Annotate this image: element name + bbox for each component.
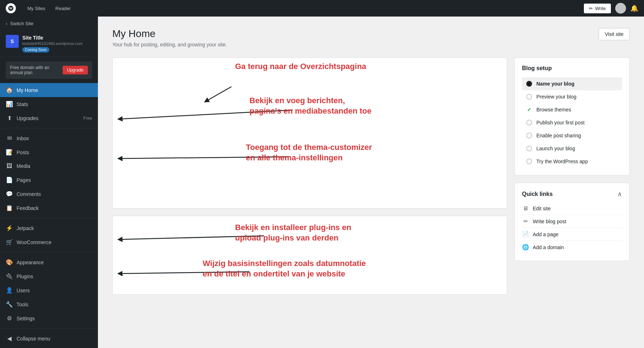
sidebar-collapse[interactable]: ◀ Collapse menu	[0, 331, 98, 345]
quick-links-card: Quick links ∧ 🖥 Edit site ✏ Write blog p…	[514, 183, 630, 261]
annotation-text-2: Bekijk en voeg berichten, pagina's en me…	[249, 96, 371, 116]
annotation-text-3: Toegang tot de thema-customizer en alle …	[246, 142, 372, 163]
quick-link-add-domain[interactable]: 🌐 Add a domain	[522, 241, 622, 253]
topbar-my-sites[interactable]: My Sites	[23, 3, 50, 14]
sidebar-item-appearance[interactable]: 🎨 Appearance	[0, 255, 98, 269]
setup-dot-publish	[526, 120, 532, 125]
sidebar-item-feedback[interactable]: 📋 Feedback	[0, 201, 98, 215]
page-header-text: My Home Your hub for posting, editing, a…	[112, 28, 227, 47]
setup-label-publish: Publish your first post	[536, 120, 585, 125]
setup-label-sharing: Enable post sharing	[536, 133, 581, 138]
sidebar-divider	[0, 128, 98, 128]
globe-icon: 🌐	[522, 244, 529, 251]
setup-item-name-blog[interactable]: ● Name your blog	[522, 77, 622, 90]
home-icon: 🏠	[6, 87, 13, 93]
sidebar-item-pages[interactable]: 📄 Pages	[0, 173, 98, 187]
topbar-nav: My Sites Reader	[23, 3, 577, 14]
quick-link-add-page[interactable]: 📄 Add a page	[522, 228, 622, 241]
quick-links-collapse-button[interactable]: ∧	[617, 190, 622, 198]
arrow-1-svg	[102, 79, 123, 94]
chevron-left-icon: ‹	[6, 21, 7, 26]
avatar[interactable]	[615, 3, 626, 14]
quick-link-edit-site[interactable]: 🖥 Edit site	[522, 202, 622, 215]
setup-dot-launch	[526, 146, 532, 151]
setup-label-preview: Preview your blog	[536, 94, 576, 100]
setup-label-launch: Launch your blog	[536, 146, 575, 151]
jetpack-icon: ⚡	[6, 225, 13, 232]
setup-label-themes: Browse themes	[536, 107, 571, 113]
sidebar-item-users[interactable]: 👤 Users	[0, 283, 98, 297]
main-layout: ‹ Switch Site S Site Title testsite64510…	[0, 17, 644, 348]
setup-item-publish[interactable]: Publish your first post	[522, 116, 622, 129]
write-button[interactable]: ✏ Write	[584, 4, 611, 13]
posts-icon: 📝	[6, 149, 13, 156]
visit-site-button[interactable]: Visit site	[599, 28, 630, 40]
quick-link-write-post[interactable]: ✏ Write blog post	[522, 215, 622, 228]
annotation-text-1: Ga terug naar de Overzichtspagina	[235, 61, 366, 72]
media-icon: 🖼	[6, 163, 13, 169]
setup-item-launch[interactable]: Launch your blog	[522, 142, 622, 155]
site-icon: S	[6, 35, 19, 48]
setup-item-themes[interactable]: ✓ Browse themes	[522, 103, 622, 116]
switch-site[interactable]: ‹ Switch Site	[0, 17, 98, 31]
sidebar-item-upgrades[interactable]: ⬆ Upgrades Free	[0, 111, 98, 125]
sidebar-item-jetpack[interactable]: ⚡ Jetpack	[0, 221, 98, 235]
topbar: W My Sites Reader ✏ Write 🔔	[0, 0, 644, 17]
right-col: Blog setup ● Name your blog Preview your…	[514, 58, 630, 302]
page-title: My Home	[112, 28, 227, 40]
arrow-3-svg	[113, 58, 507, 208]
svg-line-2	[206, 87, 231, 101]
sidebar-item-stats[interactable]: 📊 Stats	[0, 97, 98, 111]
sidebar-item-plugins[interactable]: 🔌 Plugins	[0, 269, 98, 283]
upgrades-badge: Free	[83, 116, 92, 121]
annotation-card-top: Ga terug naar de Overzichtspagina Bekijk…	[112, 58, 507, 209]
stats-icon: 📊	[6, 101, 13, 107]
topbar-reader[interactable]: Reader	[51, 3, 75, 14]
sidebar-item-comments[interactable]: 💬 Comments	[0, 187, 98, 201]
sidebar-item-tools[interactable]: 🔧 Tools	[0, 297, 98, 311]
collapse-icon: ◀	[6, 335, 13, 342]
topbar-right: ✏ Write 🔔	[584, 3, 638, 14]
inbox-icon: ✉	[6, 135, 13, 142]
sidebar-item-posts[interactable]: 📝 Posts	[0, 145, 98, 159]
sidebar-divider-2	[0, 218, 98, 218]
coming-soon-badge: Coming Soon	[22, 47, 49, 52]
setup-item-preview[interactable]: Preview your blog	[522, 90, 622, 103]
write-icon: ✏	[589, 6, 593, 11]
comments-icon: 💬	[6, 191, 13, 197]
main-col: Ga terug naar de Overzichtspagina Bekijk…	[112, 58, 507, 302]
annotation-text-5: Wijzig basisinstellingen zoals datumnota…	[203, 258, 366, 279]
monitor-icon: 🖥	[522, 205, 529, 212]
bell-icon[interactable]: 🔔	[630, 4, 638, 12]
setup-dot-themes: ✓	[526, 107, 532, 113]
page-header: My Home Your hub for posting, editing, a…	[112, 28, 630, 47]
pages-icon: 📄	[6, 177, 13, 183]
sidebar-item-settings[interactable]: ⚙ Settings	[0, 311, 98, 325]
upgrade-banner: Free domain with an annual plan Upgrade	[6, 61, 92, 79]
quick-links-header: Quick links ∧	[522, 190, 622, 198]
quick-links-title: Quick links	[522, 191, 553, 197]
setup-item-sharing[interactable]: Enable post sharing	[522, 129, 622, 142]
upgrades-icon: ⬆	[6, 115, 13, 122]
site-url: testsite645101460.wordpress.com	[22, 41, 92, 46]
appearance-icon: 🎨	[6, 259, 13, 266]
site-details: Site Title testsite645101460.wordpress.c…	[22, 35, 92, 52]
sidebar-item-inbox[interactable]: ✉ Inbox	[0, 131, 98, 145]
feedback-icon: 📋	[6, 205, 13, 211]
sidebar-item-my-home[interactable]: 🏠 My Home	[0, 83, 98, 97]
tools-icon: 🔧	[6, 301, 13, 308]
annotation-card-bottom: Bekijk en installeer plug-ins en upload …	[112, 216, 507, 295]
sidebar-nav: 🏠 My Home 📊 Stats ⬆ Upgrades Free ✉ Inbo…	[0, 83, 98, 345]
setup-dot-preview	[526, 94, 532, 100]
upgrade-button[interactable]: Upgrade	[63, 66, 88, 74]
blog-setup-title: Blog setup	[522, 65, 622, 72]
setup-item-app[interactable]: Try the WordPress app	[522, 155, 622, 168]
page-subtitle: Your hub for posting, editing, and growi…	[112, 42, 227, 47]
pencil-icon: ✏	[522, 218, 529, 225]
svg-text:W: W	[9, 6, 13, 10]
setup-dot-name-blog: ●	[526, 81, 532, 87]
site-name: Site Title	[22, 35, 92, 41]
site-info: S Site Title testsite645101460.wordpress…	[0, 31, 98, 57]
sidebar-item-woocommerce[interactable]: 🛒 WooCommerce	[0, 235, 98, 249]
sidebar-item-media[interactable]: 🖼 Media	[0, 159, 98, 173]
